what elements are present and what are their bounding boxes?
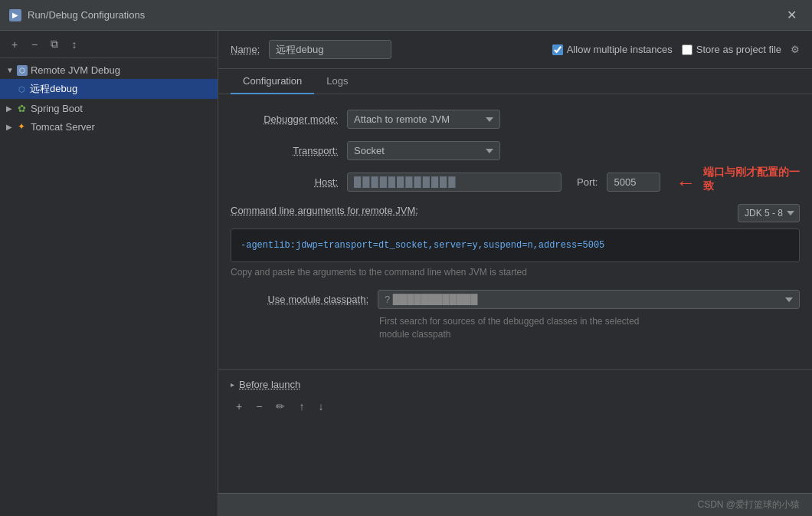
transport-select[interactable]: Socket Shared memory <box>347 141 500 160</box>
port-label: Port: <box>577 176 598 188</box>
config-header: Name: Allow multiple instances Store as … <box>218 31 812 69</box>
debugger-mode-label: Debugger mode: <box>231 113 338 125</box>
config-icon: ⬡ <box>18 85 25 94</box>
chinese-annotation: 端口与刚才配置的一 致 <box>703 165 800 192</box>
tab-logs[interactable]: Logs <box>314 69 360 94</box>
sidebar-item-spring-boot[interactable]: ▶ ✿ Spring Boot <box>0 99 218 117</box>
module-classpath-select[interactable]: ? ████████████ <box>378 290 800 309</box>
transport-label: Transport: <box>231 145 338 156</box>
spring-icon: ✿ <box>15 102 28 114</box>
port-input[interactable] <box>607 173 660 192</box>
add-config-button[interactable]: + <box>6 36 23 53</box>
title-bar-left: ▶ Run/Debug Configurations <box>9 9 145 21</box>
before-launch-toolbar: + − ✏ ↑ ↓ <box>231 398 800 415</box>
before-launch-chevron: ▸ <box>231 380 234 389</box>
before-launch-down-button[interactable]: ↓ <box>313 398 329 415</box>
window-title: Run/Debug Configurations <box>28 9 145 21</box>
sidebar-item-label-remote-jvm: Remote JVM Debug <box>31 64 120 76</box>
cmd-section: Command line arguments for remote JVM: J… <box>231 204 800 278</box>
sidebar-toolbar: + − ⧉ ↕ <box>0 31 218 58</box>
host-label: Host: <box>231 176 338 188</box>
sort-config-button[interactable]: ↕ <box>66 36 83 53</box>
sidebar: + − ⧉ ↕ ▼ ⬡ Remote JVM Debug ⬡ 远程debug ▶… <box>0 31 218 516</box>
sidebar-item-label-spring: Spring Boot <box>31 103 83 114</box>
tabs-bar: Configuration Logs <box>218 69 812 94</box>
collapse-icon: ▼ <box>6 66 14 74</box>
before-launch-section: ▸ Before launch + − ✏ ↑ ↓ <box>218 369 812 429</box>
footer: CSDN @爱打篮球的小猿 <box>218 493 812 516</box>
footer-text: CSDN @爱打篮球的小猿 <box>697 499 800 510</box>
sidebar-tree: ▼ ⬡ Remote JVM Debug ⬡ 远程debug ▶ ✿ Sprin… <box>0 58 218 516</box>
store-as-project-checkbox[interactable] <box>682 44 692 55</box>
gear-icon[interactable]: ⚙ <box>791 44 800 55</box>
sidebar-item-label-tomcat: Tomcat Server <box>31 121 95 133</box>
store-as-project-label[interactable]: Store as project file <box>682 44 781 55</box>
module-classpath-row: Use module classpath: ? ████████████ <box>231 290 800 309</box>
red-arrow-icon: ← <box>676 170 696 194</box>
sidebar-item-label-yuancheng: 远程debug <box>30 82 77 96</box>
before-launch-add-button[interactable]: + <box>231 398 247 415</box>
copy-hint: Copy and paste the arguments to the comm… <box>231 267 800 278</box>
config-content: Debugger mode: Attach to remote JVM List… <box>218 94 812 369</box>
sidebar-item-remote-jvm[interactable]: ▼ ⬡ Remote JVM Debug <box>0 61 218 79</box>
spring-collapse-icon: ▶ <box>6 104 12 113</box>
before-launch-edit-button[interactable]: ✏ <box>270 398 290 415</box>
main-layout: + − ⧉ ↕ ▼ ⬡ Remote JVM Debug ⬡ 远程debug ▶… <box>0 31 812 516</box>
right-panel: Name: Allow multiple instances Store as … <box>218 31 812 516</box>
module-hint: First search for sources of the debugged… <box>379 315 800 341</box>
before-launch-title: Before launch <box>239 379 300 390</box>
content-area: Debugger mode: Attach to remote JVM List… <box>218 94 812 493</box>
before-launch-header[interactable]: ▸ Before launch <box>231 379 800 390</box>
host-port-row: Host: Port: ← 端口与刚才配置的一 致 <box>231 173 800 192</box>
run-debug-icon: ▶ <box>9 9 21 21</box>
allow-multiple-label[interactable]: Allow multiple instances <box>552 44 673 55</box>
remote-jvm-icon: ⬡ <box>17 65 28 76</box>
port-container: ← <box>607 173 660 192</box>
module-classpath-label: Use module classpath: <box>231 294 368 305</box>
debugger-mode-select[interactable]: Attach to remote JVM Listen to remote JV… <box>347 110 500 129</box>
title-bar: ▶ Run/Debug Configurations ✕ <box>0 0 812 31</box>
name-input[interactable] <box>269 40 391 59</box>
cmd-label: Command line arguments for remote JVM: <box>231 205 418 216</box>
jdk-selector[interactable]: JDK 5 - 8 JDK 9+ <box>738 204 800 222</box>
cmd-value: -agentlib:jdwp=transport=dt_socket,serve… <box>241 240 604 251</box>
cmd-box: -agentlib:jdwp=transport=dt_socket,serve… <box>231 228 800 262</box>
tomcat-collapse-icon: ▶ <box>6 123 12 131</box>
name-label: Name: <box>231 44 260 55</box>
sidebar-item-yuancheng-debug[interactable]: ⬡ 远程debug <box>0 79 218 99</box>
debugger-mode-row: Debugger mode: Attach to remote JVM List… <box>231 110 800 129</box>
allow-multiple-checkbox[interactable] <box>552 44 563 55</box>
transport-row: Transport: Socket Shared memory <box>231 141 800 160</box>
before-launch-up-button[interactable]: ↑ <box>293 398 309 415</box>
before-launch-remove-button[interactable]: − <box>250 398 267 415</box>
host-input[interactable] <box>347 173 562 192</box>
close-button[interactable]: ✕ <box>781 5 803 25</box>
sidebar-item-tomcat[interactable]: ▶ ✦ Tomcat Server <box>0 117 218 136</box>
copy-config-button[interactable]: ⧉ <box>46 36 63 53</box>
remove-config-button[interactable]: − <box>26 36 43 53</box>
tab-configuration[interactable]: Configuration <box>231 69 314 94</box>
tomcat-icon: ✦ <box>15 120 28 133</box>
